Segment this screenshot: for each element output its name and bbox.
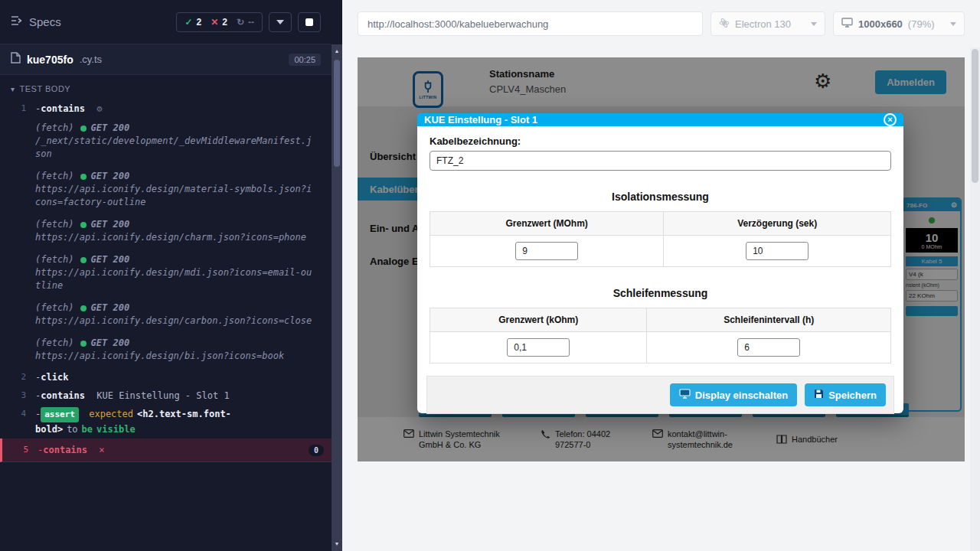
isolation-delay-input[interactable] — [746, 242, 808, 260]
status-ok-dot — [80, 257, 87, 263]
passed-count: 2 — [197, 17, 202, 28]
test-body-section[interactable]: ▾ TEST BODY — [0, 75, 332, 99]
status-ok-dot — [80, 305, 87, 311]
chevron-down-icon — [276, 20, 284, 24]
test-stats: ✓ 2 ✕ 2 ↻ -- — [176, 12, 263, 32]
spec-file-row[interactable]: kue705fo .cy.ts 00:25 — [0, 44, 332, 75]
isolation-section-title: Isolationsmessung — [430, 191, 891, 203]
browser-label: Electron 130 — [735, 18, 791, 30]
display-on-button[interactable]: Display einschalten — [670, 383, 797, 406]
fetch-label: (fetch) — [35, 219, 74, 230]
loop-limit-input[interactable] — [507, 338, 570, 357]
command-number: 4 — [0, 407, 35, 436]
fetch-url: https://api.iconify.design/mdi.json?icon… — [35, 266, 324, 292]
assert-badge: assert — [41, 407, 79, 422]
command-name: contains — [41, 390, 85, 401]
scroll-up-arrow[interactable]: ▲ — [332, 46, 342, 57]
loop-interval-input[interactable] — [737, 338, 800, 357]
command-number: 3 — [0, 389, 35, 403]
caret-down-icon: ▾ — [11, 85, 15, 93]
stat-passed: ✓ 2 — [185, 17, 201, 28]
spec-extension: .cy.ts — [80, 54, 102, 65]
reporter-scrollbar[interactable]: ▲ ▼ — [332, 44, 342, 551]
fetch-url: https://api.iconify.design/charm.json?ic… — [35, 231, 324, 244]
cable-name-input[interactable] — [430, 151, 891, 171]
specs-label[interactable]: Specs — [29, 15, 61, 28]
command-dash: - — [35, 409, 41, 419]
fetch-log-row[interactable]: (fetch)GET 200 https://api.iconify.desig… — [0, 249, 332, 298]
file-icon — [11, 52, 21, 67]
scroll-down-arrow[interactable]: ▼ — [332, 539, 342, 549]
fetch-log-row[interactable]: (fetch)GET 200 https://api.iconify.desig… — [0, 214, 332, 249]
fetch-url: https://api.iconify.design/carbon.json?i… — [35, 315, 324, 328]
isolation-table: Grenzwert (MOhm) Verzögerung (sek) — [430, 211, 891, 267]
url-input[interactable] — [358, 11, 703, 36]
assert-visible: visible — [96, 424, 136, 435]
close-icon[interactable]: × — [884, 113, 897, 126]
command-number — [0, 335, 35, 366]
monitor-icon — [841, 18, 853, 30]
fetch-label: (fetch) — [35, 254, 74, 265]
modal-title: KUE Einstellung - Slot 1 — [424, 114, 537, 126]
status-ok-dot — [80, 126, 87, 132]
fetch-url: https://api.iconify.design/material-symb… — [35, 183, 324, 209]
assert-expected: expected — [89, 409, 133, 419]
stat-pending: ↻ -- — [237, 17, 254, 28]
stat-failed: ✕ 2 — [211, 17, 227, 28]
cable-name-label: Kabelbezeichnung: — [430, 135, 891, 147]
collapse-button[interactable] — [269, 12, 292, 32]
fetch-label: (fetch) — [35, 302, 74, 313]
status-ok-dot — [80, 341, 87, 347]
isolation-col2-header: Verzögerung (sek) — [664, 212, 891, 236]
spec-name: kue705fo — [27, 54, 74, 66]
stop-button[interactable] — [298, 12, 321, 32]
command-number — [0, 168, 35, 212]
page-scrollbar[interactable] — [970, 47, 980, 551]
command-number — [0, 120, 35, 164]
viewport-select[interactable]: 1000x660 (79%) — [833, 11, 965, 36]
assert-be: be — [82, 424, 93, 435]
loop-col1-header: Grenzwert (kOhm) — [430, 308, 647, 332]
command-number — [0, 252, 35, 295]
kue-settings-modal: KUE Einstellung - Slot 1 × Kabelbezeichn… — [417, 113, 903, 413]
browser-select[interactable]: Electron 130 — [710, 11, 825, 36]
fetch-status: GET 200 — [91, 302, 130, 313]
check-icon: ✓ — [185, 17, 192, 28]
fetch-url: /_next/static/development/_devMiddleware… — [35, 135, 324, 161]
command-name: contains — [41, 103, 85, 114]
command-argument: × — [99, 445, 104, 455]
command-number: 1 — [0, 102, 35, 116]
loop-table: Grenzwert (kOhm) Schleifenintervall (h) — [430, 308, 891, 364]
isolation-limit-input[interactable] — [515, 242, 578, 260]
chevron-down-icon — [950, 22, 956, 26]
loop-col2-header: Schleifenintervall (h) — [647, 308, 891, 332]
viewport-zoom: (79%) — [908, 18, 935, 30]
scroll-thumb[interactable] — [334, 60, 340, 167]
display-icon — [679, 389, 691, 401]
restart-icon: ↻ — [237, 17, 244, 28]
command-row-contains-2[interactable]: 3 -contains KUE Einstellung - Slot 1 — [0, 386, 332, 405]
fetch-log-row[interactable]: (fetch)GET 200 https://api.iconify.desig… — [0, 166, 332, 214]
display-on-label: Display einschalten — [695, 390, 788, 401]
save-button[interactable]: Speichern — [805, 383, 886, 406]
status-ok-dot — [80, 222, 87, 228]
modal-body: Kabelbezeichnung: Isolationsmessung Gren… — [417, 126, 903, 364]
test-body-label: TEST BODY — [20, 84, 71, 93]
specs-icon[interactable] — [11, 15, 23, 29]
command-argument: KUE Einstellung - Slot 1 — [96, 390, 229, 401]
modal-footer: Display einschalten Speichern — [426, 376, 894, 414]
fetch-log-row[interactable]: (fetch)GET 200 https://api.iconify.desig… — [0, 333, 332, 368]
command-row-contains-1[interactable]: 1 -contains ⚙ — [0, 99, 332, 118]
stop-icon — [305, 18, 313, 26]
fetch-log-row[interactable]: (fetch)GET 200 https://api.iconify.desig… — [0, 298, 332, 333]
page-scroll-thumb[interactable] — [972, 49, 978, 183]
isolation-col1-header: Grenzwert (MOhm) — [430, 212, 664, 236]
command-number — [0, 300, 35, 331]
command-row-assert[interactable]: 4 -assert expected<h2.text-sm.font-bold>… — [0, 405, 332, 439]
fetch-log-row[interactable]: (fetch)GET 200 /_next/static/development… — [0, 118, 332, 166]
spec-duration: 00:25 — [289, 54, 321, 66]
command-options-gear-icon[interactable]: ⚙ — [96, 103, 102, 114]
command-row-contains-failed[interactable]: 5 -contains × 0 — [0, 439, 332, 462]
command-number — [0, 217, 35, 247]
command-row-click[interactable]: 2 -click — [0, 368, 332, 386]
